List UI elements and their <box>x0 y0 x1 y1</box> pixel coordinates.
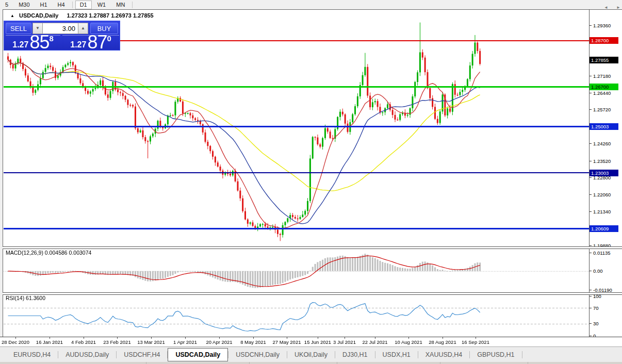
volume-increase-icon[interactable]: ▲ <box>78 23 88 34</box>
status-strip-separator <box>528 362 528 364</box>
timeframe-button-h1[interactable]: H1 <box>36 1 52 9</box>
date-label: 1 Apr 2021 <box>173 339 197 345</box>
sell-button[interactable]: SELL <box>6 23 31 34</box>
sell-price-pip-digit: 8 <box>49 36 53 42</box>
tick-mark <box>590 194 592 195</box>
date-label: 22 Jul 2021 <box>362 339 387 345</box>
date-tick-mark <box>375 337 375 339</box>
axis-tick: 70 <box>590 305 599 311</box>
date-label: 3 Jul 2021 <box>333 339 356 345</box>
tick-mark <box>590 109 592 110</box>
buy-price-big-digits: 87 <box>87 35 107 50</box>
sell-price[interactable]: 1.27 85 8 <box>6 35 60 50</box>
date-label: 13 Mar 2021 <box>137 339 165 345</box>
level-price-badge: 1.23003 <box>590 170 618 176</box>
toolbar-separator <box>72 2 73 8</box>
date-tick-mark <box>151 337 152 339</box>
tick-mark <box>590 93 592 93</box>
timeframe-button-m30[interactable]: M30 <box>14 1 34 9</box>
rsi-indicator-label: RSI(14) 61.3600 <box>6 295 45 301</box>
one-click-trade-panel: SELL ▼ ▲ BUY 1.27 85 8 1.27 87 0 <box>4 21 120 51</box>
tab-scroll-right-icon[interactable]: ► <box>615 4 622 11</box>
price-tick-label: 1.21340 <box>593 209 611 214</box>
chart-tab-usdchf[interactable]: USDCHF,H4 <box>117 348 167 361</box>
price-tick-label: 1.23520 <box>593 158 611 164</box>
date-tick-mark <box>408 337 409 339</box>
date-tick-mark <box>84 337 84 339</box>
rsi-panel-divider[interactable] <box>3 292 622 295</box>
chart-tab-eurusd[interactable]: EURUSD,H4 <box>6 348 58 361</box>
axis-tick: 1.29360 <box>590 23 611 28</box>
level-price-badge: 1.20609 <box>590 225 618 232</box>
tick-mark <box>590 308 592 308</box>
date-label: 16 Sep 2021 <box>462 339 489 345</box>
chart-tab-usdcnh[interactable]: USDCNH,Daily <box>228 348 287 361</box>
axis-tick: 1.21340 <box>590 209 611 214</box>
timeframe-button-w1[interactable]: W1 <box>93 1 111 9</box>
tick-mark <box>590 323 592 324</box>
axis-tick: 0.00 <box>590 268 603 274</box>
date-tick-mark <box>345 337 345 339</box>
collapse-triangle-icon[interactable]: ▲ <box>10 13 14 18</box>
status-strip <box>0 362 622 364</box>
price-tick-label: 1.25720 <box>593 107 611 112</box>
buy-price-handle: 1.27 <box>70 40 86 50</box>
timeframe-button-5[interactable]: 5 <box>1 1 13 9</box>
date-label: 15 Jun 2021 <box>304 339 331 345</box>
level-price-badge: 1.28700 <box>590 37 618 44</box>
macd-panel-divider[interactable] <box>3 246 622 249</box>
chart-tab-bar: EURUSD,H4AUDUSD,DailyUSDCHF,H4USDCAD,Dai… <box>0 346 622 362</box>
tick-mark <box>590 245 592 246</box>
rsi-tick-label: 70 <box>593 305 599 311</box>
price-chart-canvas[interactable] <box>4 10 589 337</box>
date-tick-mark <box>50 337 50 339</box>
buy-price-pip-digit: 0 <box>107 36 111 42</box>
status-strip-separator <box>249 362 250 364</box>
chart-symbol-label: USDCAD,Daily <box>19 12 58 19</box>
tick-mark <box>590 211 592 212</box>
tab-scroll-left-icon[interactable]: ◄ <box>602 4 610 11</box>
status-strip-separator <box>440 362 440 364</box>
date-tick-mark <box>15 337 16 339</box>
chart-tab-dj30[interactable]: DJ30,H1 <box>335 348 375 361</box>
chart-tab-xauusd[interactable]: XAUUSD,H4 <box>418 348 470 361</box>
date-label: 23 Feb 2021 <box>103 339 130 345</box>
date-label: 8 May 2021 <box>240 339 266 345</box>
axis-tick: 1.25720 <box>590 107 611 112</box>
chart-tab-gbpusd[interactable]: GBPUSD,H1 <box>470 348 521 361</box>
rsi-tick-label: 30 <box>593 321 599 326</box>
tick-mark <box>590 290 592 290</box>
sell-price-big-digits: 85 <box>29 35 49 50</box>
price-tick-label: 1.24260 <box>593 141 611 146</box>
timeframe-button-h4[interactable]: H4 <box>53 1 70 9</box>
date-label: 27 May 2021 <box>273 339 301 345</box>
status-strip-separator <box>337 362 337 364</box>
tick-mark <box>590 161 592 161</box>
date-axis[interactable]: 28 Dec 202016 Jan 20214 Feb 202123 Feb 2… <box>0 337 622 347</box>
buy-price[interactable]: 1.27 87 0 <box>62 35 119 50</box>
chart-tab-audusd[interactable]: AUDUSD,Daily <box>58 348 116 361</box>
price-tick-label: 1.27180 <box>593 73 611 79</box>
timeframe-button-d1[interactable]: D1 <box>75 1 92 9</box>
date-tick-mark <box>287 337 287 339</box>
date-label: 4 Feb 2021 <box>71 339 96 345</box>
sell-price-handle: 1.27 <box>12 40 28 50</box>
status-strip-separator <box>146 362 146 364</box>
price-tick-label: 1.26440 <box>593 90 611 96</box>
price-tick-label: 1.22060 <box>593 192 611 197</box>
chart-tab-ukoil[interactable]: UKOil,Daily <box>287 348 335 361</box>
chart-tab-usdx[interactable]: USDX,H1 <box>375 348 418 361</box>
tick-mark <box>590 296 592 296</box>
axis-tick: 1.27180 <box>590 73 611 79</box>
axis-tick: 1.24260 <box>590 141 611 146</box>
tick-mark <box>590 336 592 336</box>
date-tick-mark <box>253 337 254 339</box>
date-label: 28 Aug 2021 <box>429 339 456 345</box>
tick-mark <box>590 25 592 26</box>
date-tick-mark <box>318 337 318 339</box>
axis-tick: 30 <box>590 321 599 326</box>
tab-separator <box>522 351 522 358</box>
chart-tab-usdcad[interactable]: USDCAD,Daily <box>168 348 228 361</box>
tick-mark <box>590 253 592 253</box>
timeframe-button-mn[interactable]: MN <box>111 1 129 9</box>
